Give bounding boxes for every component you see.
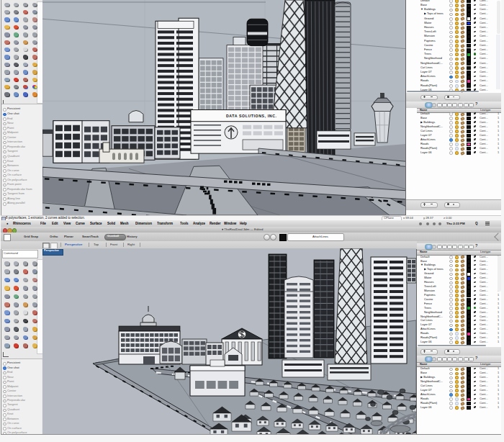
svg-text:DATA SOLUTIONS, INC.: DATA SOLUTIONS, INC. <box>226 114 277 118</box>
